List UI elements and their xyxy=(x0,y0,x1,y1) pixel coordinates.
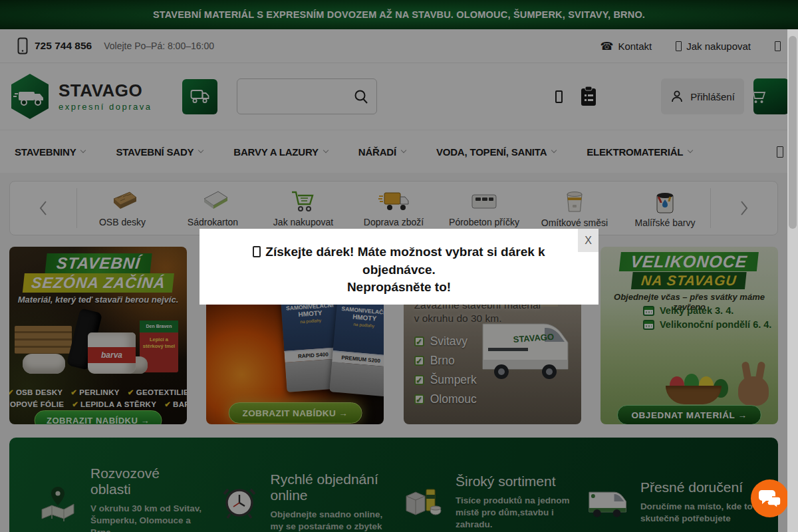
modal-message: Získejte dárek! Máte možnost vybrat si d… xyxy=(229,243,569,297)
chat-bubbles-icon xyxy=(759,489,781,509)
scrollbar-thumb[interactable] xyxy=(789,36,797,229)
gift-missing-glyph-icon xyxy=(253,246,261,257)
gift-modal: X Získejte dárek! Máte možnost vybrat si… xyxy=(200,229,598,305)
chat-widget-button[interactable] xyxy=(751,479,789,517)
scrollbar-track[interactable] xyxy=(787,29,798,532)
modal-close-button[interactable]: X xyxy=(578,229,598,252)
